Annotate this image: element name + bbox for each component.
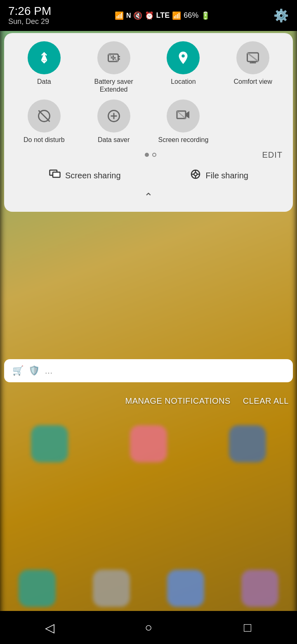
recent-button[interactable]: □ xyxy=(235,615,260,640)
file-sharing-button[interactable]: File sharing xyxy=(189,168,248,183)
app-icon-3 xyxy=(229,425,266,462)
svg-line-5 xyxy=(108,54,118,62)
more-notifications-icon: … xyxy=(45,366,53,376)
screen-recording-label: Screen recording xyxy=(158,136,208,144)
notification-actions: MANAGE NOTIFICATIONS CLEAR ALL xyxy=(0,396,297,406)
data-saver-icon xyxy=(97,99,130,133)
share-row: Screen sharing File sharing xyxy=(10,168,287,183)
file-sharing-icon xyxy=(189,168,202,183)
battery-text: 66% xyxy=(184,11,198,20)
svg-line-16 xyxy=(177,111,186,118)
app-icon-5 xyxy=(93,570,130,607)
back-button[interactable]: ◁ xyxy=(37,615,62,640)
alarm-icon: ⏰ xyxy=(145,11,154,20)
qs-item-do-not-disturb[interactable]: Do not disturb xyxy=(10,99,78,144)
date: Sun, Dec 29 xyxy=(8,17,51,26)
app-icon-1 xyxy=(31,425,68,462)
screen-sharing-button[interactable]: Screen sharing xyxy=(49,168,121,183)
qs-item-location[interactable]: Location xyxy=(150,41,217,93)
screen-sharing-label: Screen sharing xyxy=(65,171,121,180)
wallpaper-app-row-1 xyxy=(0,425,297,462)
svg-rect-18 xyxy=(53,172,60,178)
qs-item-data-saver[interactable]: Data saver xyxy=(80,99,148,144)
wallpaper-app-row-2 xyxy=(0,570,297,607)
comfort-view-icon xyxy=(236,41,269,74)
clear-all-button[interactable]: CLEAR ALL xyxy=(243,396,289,406)
notification-bar[interactable]: 🛒 🛡️ … xyxy=(4,359,293,382)
page-dots xyxy=(39,153,262,157)
location-icon xyxy=(167,41,200,74)
location-label: Location xyxy=(171,78,196,85)
screen-sharing-icon xyxy=(49,168,61,183)
comfort-view-label: Comfort view xyxy=(233,78,272,85)
quick-settings-panel: Data Battery saver Extended xyxy=(4,33,293,212)
screen-recording-icon xyxy=(167,99,200,133)
quick-settings-grid: Data Battery saver Extended xyxy=(10,41,287,144)
mute-icon: 🔇 xyxy=(133,11,142,20)
dot-2 xyxy=(152,153,156,157)
navigation-bar: ◁ ○ □ xyxy=(0,611,297,644)
qs-item-battery-saver[interactable]: Battery saver Extended xyxy=(80,41,148,93)
battery-saver-label: Battery saver Extended xyxy=(80,78,148,93)
manage-notifications-button[interactable]: MANAGE NOTIFICATIONS xyxy=(125,396,231,406)
home-button[interactable]: ○ xyxy=(136,615,161,640)
qs-item-comfort-view[interactable]: Comfort view xyxy=(219,41,287,93)
bluetooth-icon: 📶 xyxy=(115,11,124,20)
battery-icon: 🔋 xyxy=(201,11,210,20)
qs-item-data[interactable]: Data xyxy=(10,41,78,93)
status-bar: 7:26 PM Sun, Dec 29 📶 N 🔇 ⏰ LTE 📶 66% 🔋 … xyxy=(0,0,297,31)
edit-button[interactable]: EDIT xyxy=(262,150,283,160)
app-icon-7 xyxy=(241,570,278,607)
dot-1 xyxy=(145,153,149,157)
clock: 7:26 PM xyxy=(8,5,51,18)
data-icon xyxy=(28,41,61,74)
do-not-disturb-icon xyxy=(28,99,61,133)
qs-footer: EDIT xyxy=(10,150,287,160)
qs-item-screen-recording[interactable]: Screen recording xyxy=(150,99,217,144)
data-saver-label: Data saver xyxy=(98,136,130,144)
app-icon-6 xyxy=(167,570,204,607)
app-icon-2 xyxy=(130,425,167,462)
battery-saver-icon xyxy=(97,41,130,74)
svg-line-10 xyxy=(248,53,259,62)
shield-icon: 🛡️ xyxy=(28,365,40,376)
lte-icon: LTE xyxy=(156,11,170,20)
data-label: Data xyxy=(37,78,51,85)
svg-point-6 xyxy=(182,54,185,58)
status-time: 7:26 PM Sun, Dec 29 xyxy=(8,5,51,26)
amazon-icon: 🛒 xyxy=(12,365,24,376)
do-not-disturb-label: Do not disturb xyxy=(24,136,65,144)
settings-icon[interactable]: ⚙️ xyxy=(273,8,289,23)
collapse-button[interactable]: ⌃ xyxy=(10,191,287,204)
signal-icon: 📶 xyxy=(172,11,181,20)
svg-point-20 xyxy=(194,173,197,176)
nfc-icon: N xyxy=(126,12,131,19)
file-sharing-label: File sharing xyxy=(206,171,248,180)
status-icons: 📶 N 🔇 ⏰ LTE 📶 66% 🔋 xyxy=(115,11,210,20)
qs-empty-slot xyxy=(219,99,287,144)
app-icon-4 xyxy=(19,570,56,607)
